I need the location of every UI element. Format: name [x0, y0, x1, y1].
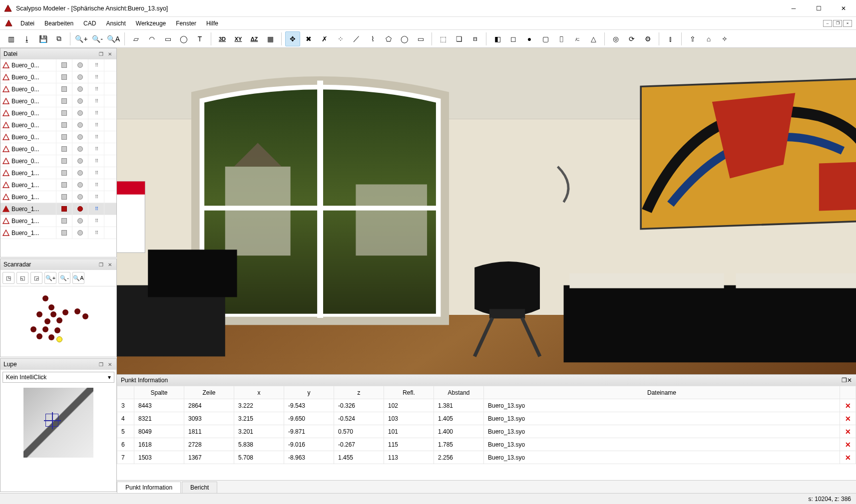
visibility-toggle-icon[interactable]: [61, 206, 67, 212]
tab-bericht[interactable]: Bericht: [182, 482, 217, 493]
points-toggle-icon[interactable]: ⠿: [95, 194, 98, 200]
visibility-toggle-icon[interactable]: [61, 158, 67, 164]
menu-datei[interactable]: Datei: [15, 18, 39, 29]
visibility-toggle-icon[interactable]: [61, 182, 67, 188]
menu-ansicht[interactable]: Ansicht: [101, 18, 130, 29]
delete-row-button[interactable]: ✕: [844, 428, 852, 436]
file-row[interactable]: Buero_0...⠿: [0, 143, 116, 155]
file-row[interactable]: Buero_0...⠿: [0, 155, 116, 167]
select-rect-button[interactable]: ▭: [160, 31, 175, 46]
close-icon[interactable]: ✕: [847, 377, 852, 384]
points-toggle-icon[interactable]: ⠿: [95, 74, 98, 80]
file-row[interactable]: Buero_0...⠿: [0, 59, 116, 71]
snap-dots-button[interactable]: ⁘: [333, 31, 348, 46]
scan-position-dot[interactable]: [62, 309, 68, 315]
visibility-toggle-icon[interactable]: [61, 146, 67, 152]
points-toggle-icon[interactable]: ⠿: [95, 98, 98, 104]
scan-position-dot[interactable]: [74, 308, 80, 314]
column-header[interactable]: Abstand: [434, 386, 484, 399]
window-minimize-button[interactable]: ─: [781, 0, 806, 16]
visibility-toggle-icon[interactable]: [61, 110, 67, 116]
color-toggle-icon[interactable]: [77, 74, 83, 80]
close-icon[interactable]: ✕: [106, 261, 113, 268]
column-header[interactable]: Dateiname: [484, 386, 840, 399]
view-dz-button[interactable]: ΔZ: [247, 31, 262, 46]
select-poly-button[interactable]: ▱: [128, 31, 143, 46]
color-toggle-icon[interactable]: [77, 98, 83, 104]
points-toggle-icon[interactable]: ⠿: [95, 182, 98, 188]
file-row[interactable]: Buero_1...⠿: [0, 227, 116, 239]
menu-fenster[interactable]: Fenster: [171, 18, 201, 29]
points-toggle-icon[interactable]: ⠿: [95, 218, 98, 224]
file-row[interactable]: Buero_0...⠿: [0, 71, 116, 83]
snap-point-button[interactable]: ✥: [285, 31, 300, 46]
visibility-toggle-icon[interactable]: [61, 62, 67, 68]
new-file-button[interactable]: ▥: [3, 31, 18, 46]
select-circle-button[interactable]: ◯: [176, 31, 191, 46]
scan-position-dot[interactable]: [30, 326, 36, 332]
punkt-information-header[interactable]: Punkt Information ❐ ✕: [117, 375, 856, 386]
visibility-toggle-icon[interactable]: [61, 194, 67, 200]
punkt-table[interactable]: SpalteZeilexyzRefl.AbstandDateiname 3844…: [117, 386, 856, 464]
mdi-minimize-button[interactable]: –: [823, 20, 832, 27]
points-toggle-icon[interactable]: ⠿: [95, 122, 98, 128]
sphere-tool-button[interactable]: ●: [522, 31, 537, 46]
mdi-close-button[interactable]: ×: [843, 20, 852, 27]
view-grid-button[interactable]: ▦: [263, 31, 278, 46]
visibility-toggle-icon[interactable]: [61, 122, 67, 128]
zoom-fit-button[interactable]: 🔍A: [72, 272, 84, 284]
undock-icon[interactable]: ❐: [97, 261, 105, 268]
scan-position-dot[interactable]: [54, 327, 60, 333]
points-toggle-icon[interactable]: ⠿: [95, 62, 98, 68]
select-lasso-button[interactable]: ◠: [144, 31, 159, 46]
scan-position-dot[interactable]: [36, 333, 42, 339]
export-tool-button[interactable]: ⇪: [685, 31, 700, 46]
datei-panel-header[interactable]: Datei ❐ ✕: [0, 48, 116, 59]
circle-tool-button[interactable]: ◯: [397, 31, 412, 46]
cylinder-tool-button[interactable]: ⌷: [554, 31, 569, 46]
table-row[interactable]: 4832130933.215-9.650-0.5241031.405Buero_…: [117, 412, 856, 425]
points-toggle-icon[interactable]: ⠿: [95, 86, 98, 92]
column-header[interactable]: Refl.: [384, 386, 434, 399]
visibility-toggle-icon[interactable]: [61, 74, 67, 80]
color-toggle-icon[interactable]: [77, 182, 83, 188]
window-maximize-button[interactable]: ☐: [806, 0, 831, 16]
color-toggle-icon[interactable]: [77, 158, 83, 164]
points-toggle-icon[interactable]: ⠿: [95, 158, 98, 164]
visibility-toggle-icon[interactable]: [61, 86, 67, 92]
lupe-panel-header[interactable]: Lupe ❐ ✕: [0, 359, 116, 370]
scan-position-dot[interactable]: [50, 311, 56, 317]
eraser-tool-button[interactable]: ◧: [490, 31, 505, 46]
file-row[interactable]: Buero_0...⠿: [0, 107, 116, 119]
color-toggle-icon[interactable]: [77, 194, 83, 200]
points-toggle-icon[interactable]: ⠿: [95, 134, 98, 140]
file-row[interactable]: Buero_0...⠿: [0, 83, 116, 95]
visibility-toggle-icon[interactable]: [61, 170, 67, 176]
pipe-tool-button[interactable]: ⟈: [570, 31, 585, 46]
register-tool-button[interactable]: ⧈: [467, 31, 482, 46]
undock-icon[interactable]: ❐: [842, 377, 847, 384]
close-icon[interactable]: ✕: [106, 361, 113, 368]
intelliclick-select[interactable]: Kein IntelliClick ▾: [2, 372, 114, 383]
polygon-tool-button[interactable]: ⬠: [381, 31, 396, 46]
zoom-in-button[interactable]: 🔍+: [44, 272, 56, 284]
delete-row-button[interactable]: ✕: [844, 402, 852, 410]
scan-position-dot[interactable]: [36, 311, 42, 317]
scan-position-dot[interactable]: [48, 334, 54, 340]
zoom-out-button[interactable]: 🔍-: [90, 31, 105, 46]
text-tool-button[interactable]: T: [192, 31, 207, 46]
table-row[interactable]: 5804918113.201-9.8710.5701011.400Buero_1…: [117, 425, 856, 438]
spherical-view[interactable]: [117, 48, 856, 374]
traffic-tool-button[interactable]: ⫿: [663, 31, 678, 46]
scanradar-panel-header[interactable]: Scanradar ❐ ✕: [0, 259, 116, 270]
delete-row-button[interactable]: ✕: [844, 415, 852, 423]
save-file-button[interactable]: 💾: [35, 31, 50, 46]
file-row[interactable]: Buero_0...⠿: [0, 131, 116, 143]
scan-position-dot[interactable]: [44, 318, 50, 324]
column-header[interactable]: x: [234, 386, 284, 399]
cube-tool-button[interactable]: ◻: [506, 31, 521, 46]
zoom-out-button[interactable]: 🔍-: [58, 272, 70, 284]
save-all-button[interactable]: ⧉: [51, 31, 66, 46]
color-toggle-icon[interactable]: [77, 218, 83, 224]
visibility-toggle-icon[interactable]: [61, 230, 67, 236]
